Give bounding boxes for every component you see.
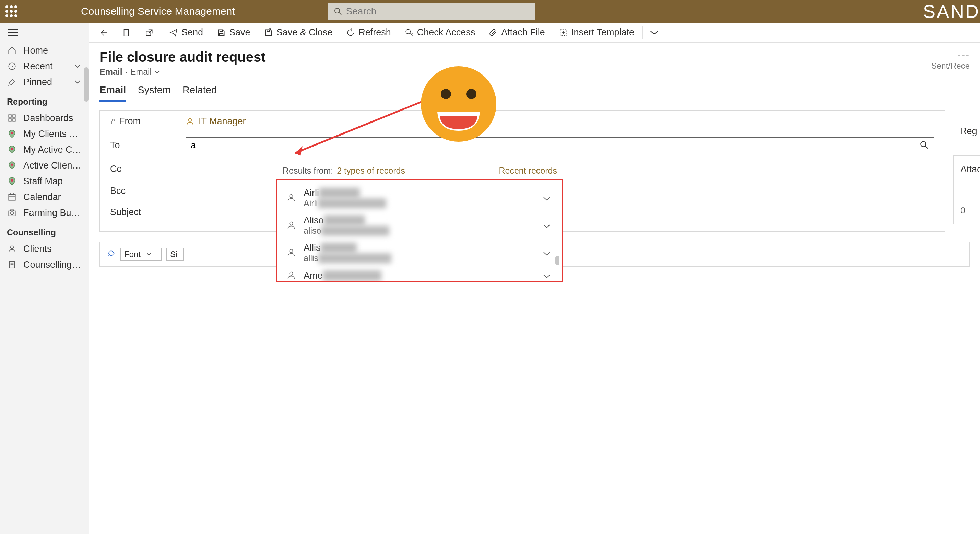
expand-result-button[interactable]: [543, 193, 552, 204]
to-row: To: [100, 132, 945, 158]
sidebar-item-active-clients-map[interactable]: Active Clients Map: [0, 158, 89, 173]
refresh-icon: [346, 28, 355, 37]
result-email-prefix: allis: [304, 253, 318, 263]
chevron-down-icon: [154, 70, 160, 74]
cmd-label: Check Access: [417, 27, 476, 38]
send-icon: [169, 28, 178, 37]
environment-label: SAND: [913, 0, 980, 23]
document-icon: [7, 260, 17, 270]
to-lookup-input-wrap[interactable]: [186, 137, 934, 153]
lock-icon: [110, 118, 116, 124]
clock-icon: [7, 61, 17, 72]
sidebar-item-farming-business[interactable]: Farming Business ...: [0, 205, 89, 221]
from-value-chip[interactable]: IT Manager: [186, 116, 246, 127]
sidebar-item-label: Calendar: [23, 192, 82, 202]
person-icon: [286, 220, 297, 231]
send-button[interactable]: Send: [162, 23, 210, 43]
svg-point-36: [290, 272, 293, 275]
lookup-search-button[interactable]: [920, 140, 929, 150]
field-label: Cc: [110, 164, 121, 174]
back-button[interactable]: [93, 23, 113, 43]
regarding-card[interactable]: Reg: [953, 120, 980, 142]
svg-line-1: [339, 12, 341, 15]
paperclip-icon: [489, 28, 498, 37]
right-panel: Reg Attachn 0 -: [953, 110, 980, 232]
lookup-result-item[interactable]: Airlie Haskins Airlie@rfcnsw.com.au: [277, 184, 562, 212]
recent-records-link[interactable]: Recent records: [499, 166, 557, 176]
form-name[interactable]: Email: [130, 67, 152, 77]
lookup-result-item[interactable]: Alison Gregory alison@rfcnsw.com.au: [277, 212, 562, 239]
font-family-select[interactable]: Font: [120, 248, 162, 261]
save-close-button[interactable]: Save & Close: [257, 23, 340, 43]
sidebar-item-label: Recent: [23, 61, 73, 72]
svg-point-21: [11, 246, 14, 249]
format-painter-button[interactable]: [107, 249, 116, 260]
entity-name: Email: [99, 67, 123, 77]
sidebar-item-clients[interactable]: Clients: [0, 241, 89, 257]
sidebar-item-my-clients-map[interactable]: My Clients Map: [0, 126, 89, 142]
font-size-select[interactable]: Si: [166, 248, 183, 261]
from-value: IT Manager: [199, 116, 246, 127]
chevron-down-icon: [73, 62, 82, 71]
field-label: Subject: [110, 207, 141, 218]
record-set-button[interactable]: [116, 23, 136, 43]
attach-file-button[interactable]: Attach File: [482, 23, 552, 43]
tab-system[interactable]: System: [138, 84, 171, 102]
check-access-button[interactable]: Check Access: [398, 23, 482, 43]
person-icon: [286, 271, 297, 281]
overflow-menu-button[interactable]: [644, 23, 664, 43]
save-icon: [217, 28, 226, 37]
sidebar-item-pinned[interactable]: Pinned: [0, 74, 89, 90]
sidebar-item-label: Dashboards: [23, 113, 82, 124]
sidebar-item-home[interactable]: Home: [0, 43, 89, 58]
to-lookup-input[interactable]: [191, 140, 920, 151]
sidebar-item-dashboards[interactable]: Dashboards: [0, 110, 89, 126]
refresh-button[interactable]: Refresh: [339, 23, 398, 43]
result-name-blurred: e Haskins: [319, 188, 360, 198]
result-name-blurred: lia Richardson: [323, 271, 382, 281]
sidebar-toggle-button[interactable]: [0, 23, 89, 43]
global-search[interactable]: [328, 3, 535, 19]
tab-email[interactable]: Email: [99, 84, 126, 102]
svg-rect-25: [124, 29, 129, 36]
cmd-label: Send: [181, 27, 203, 38]
command-bar: Send Save Save & Close Refresh Check Acc…: [89, 23, 980, 43]
result-name-blurred: n Gregory: [324, 215, 365, 226]
map-pin-icon: [7, 160, 17, 171]
sidebar-scrollbar[interactable]: [84, 67, 89, 102]
left-sidebar: Home Recent Pinned Reporting Dashboards …: [0, 23, 89, 534]
sidebar-item-label: Active Clients Map: [23, 160, 82, 171]
save-button[interactable]: Save: [210, 23, 257, 43]
lookup-result-item[interactable]: Allison Davis allison@rfcnsw.com.au: [277, 239, 562, 267]
result-email-blurred: on@rfcnsw.com.au: [318, 253, 391, 263]
open-new-window-button[interactable]: [139, 23, 159, 43]
cmd-label: Attach File: [501, 27, 545, 38]
svg-point-0: [335, 8, 340, 13]
record-types-link[interactable]: 2 types of records: [337, 166, 405, 175]
result-name-prefix: Airli: [304, 188, 319, 198]
lookup-scrollbar[interactable]: [555, 256, 560, 265]
app-launcher-button[interactable]: [0, 0, 23, 23]
home-icon: [7, 45, 17, 56]
page-icon: [122, 28, 131, 37]
status-value: ---: [931, 49, 970, 61]
sidebar-item-my-active-clients[interactable]: My Active Clients ...: [0, 142, 89, 158]
key-search-icon: [405, 28, 414, 37]
expand-result-button[interactable]: [543, 247, 552, 258]
person-icon: [286, 193, 297, 203]
sidebar-item-calendar[interactable]: Calendar: [0, 189, 89, 205]
person-icon: [186, 117, 194, 126]
svg-point-19: [11, 212, 14, 215]
sidebar-item-staff-map[interactable]: Staff Map: [0, 173, 89, 189]
expand-result-button[interactable]: [543, 270, 552, 281]
page-subtitle: Email · Email: [99, 67, 266, 77]
tab-related[interactable]: Related: [183, 84, 217, 102]
lookup-result-item[interactable]: Amelia Richardson: [277, 267, 562, 281]
global-search-input[interactable]: [346, 6, 529, 17]
attachments-card[interactable]: Attachn 0 -: [953, 155, 980, 224]
cmd-label: Refresh: [358, 27, 391, 38]
expand-result-button[interactable]: [543, 220, 552, 231]
sidebar-item-counselling-services[interactable]: Counselling Servi...: [0, 257, 89, 273]
sidebar-item-recent[interactable]: Recent: [0, 58, 89, 74]
insert-template-button[interactable]: Insert Template: [552, 23, 641, 43]
